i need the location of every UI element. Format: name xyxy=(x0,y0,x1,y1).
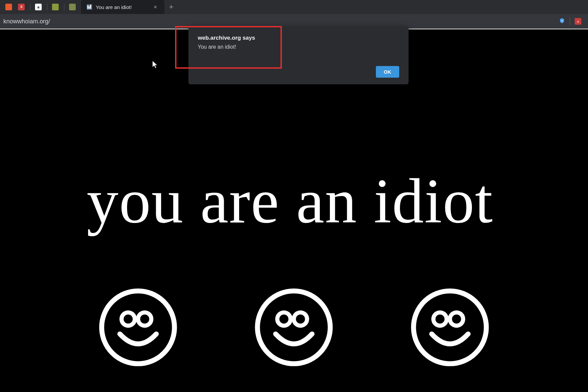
svg-point-11 xyxy=(434,312,447,326)
svg-point-6 xyxy=(138,312,151,326)
browser-tab-bar: ⠿ a You are an idiot! × + xyxy=(0,0,588,14)
shield-icon[interactable] xyxy=(559,18,565,25)
wiki2-icon xyxy=(69,4,76,10)
pinned-tab-3[interactable] xyxy=(49,2,61,12)
page-favicon-icon xyxy=(86,4,92,10)
alert-ok-button[interactable]: OK xyxy=(376,66,400,78)
smiley-face-icon xyxy=(252,286,335,369)
active-tab[interactable]: You are an idiot! × xyxy=(81,0,164,14)
address-bar-actions: u xyxy=(559,18,585,25)
amazon-icon: a xyxy=(35,4,42,10)
svg-point-7 xyxy=(257,291,330,364)
svg-point-9 xyxy=(294,312,307,326)
url-input[interactable]: knowwhoiam.org/ xyxy=(3,18,559,25)
svg-point-5 xyxy=(121,312,135,326)
svg-rect-1 xyxy=(87,5,88,9)
alert-actions: OK xyxy=(198,66,399,78)
main-text: you are an idiot xyxy=(87,169,493,233)
tab-title: You are an idiot! xyxy=(96,4,148,10)
extension-badge-icon[interactable]: u xyxy=(575,18,581,25)
tab-divider xyxy=(30,4,30,10)
alert-message: You are an idiot! xyxy=(198,44,399,50)
svg-rect-2 xyxy=(89,6,90,9)
new-tab-button[interactable]: + xyxy=(169,3,173,11)
pinned-tab-1[interactable]: ⠿ xyxy=(15,2,27,12)
pinned-tab-4[interactable] xyxy=(66,2,78,12)
svg-rect-3 xyxy=(90,5,91,9)
smiley-row xyxy=(0,286,588,369)
alert-title: web.archive.org says xyxy=(198,35,399,41)
chart-icon xyxy=(5,4,12,10)
svg-point-8 xyxy=(277,312,291,326)
tab-divider xyxy=(47,4,47,10)
javascript-alert-dialog: web.archive.org says You are an idiot! O… xyxy=(188,27,409,84)
svg-point-12 xyxy=(450,312,463,326)
addr-divider xyxy=(570,18,570,25)
pinned-tab-2[interactable]: a xyxy=(32,2,44,12)
tab-divider xyxy=(64,4,64,10)
svg-point-4 xyxy=(102,291,174,364)
smiley-face-icon xyxy=(97,286,179,369)
wiki-icon xyxy=(52,4,59,10)
grid-icon: ⠿ xyxy=(18,4,25,10)
smiley-face-icon xyxy=(409,286,491,369)
pinned-tab-0[interactable] xyxy=(3,2,15,12)
tab-close-button[interactable]: × xyxy=(151,3,159,11)
svg-point-10 xyxy=(414,291,486,364)
